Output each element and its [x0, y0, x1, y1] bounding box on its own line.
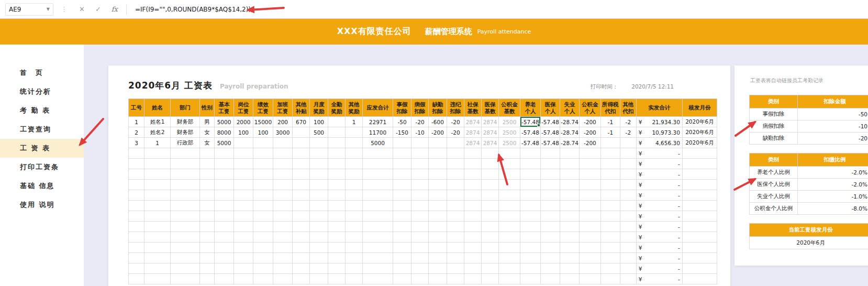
table-cell[interactable]: [682, 201, 717, 211]
table-cell[interactable]: [293, 190, 310, 201]
table-cell[interactable]: ¥-: [636, 211, 682, 222]
table-cell[interactable]: 2874: [464, 138, 482, 148]
table-cell[interactable]: [464, 190, 482, 201]
table-cell[interactable]: [346, 263, 363, 274]
table-cell[interactable]: [447, 211, 464, 222]
table-cell[interactable]: [129, 148, 144, 159]
table-cell[interactable]: [253, 243, 273, 253]
table-cell[interactable]: [129, 190, 144, 201]
table-cell[interactable]: ¥-: [636, 169, 682, 180]
table-cell[interactable]: [393, 222, 411, 232]
table-cell[interactable]: -57.48: [541, 127, 560, 138]
table-cell[interactable]: 女: [200, 138, 215, 148]
table-cell[interactable]: [482, 169, 499, 180]
sidebar-item[interactable]: 考 勤 表: [0, 101, 84, 120]
table-cell[interactable]: [253, 274, 273, 284]
table-cell[interactable]: [600, 201, 620, 211]
table-cell[interactable]: [682, 222, 717, 232]
table-cell[interactable]: [393, 190, 411, 201]
table-cell[interactable]: 养老个人比例: [750, 167, 798, 179]
table-cell[interactable]: [447, 180, 464, 190]
table-cell[interactable]: [171, 253, 200, 263]
table-cell[interactable]: [620, 180, 636, 190]
table-cell[interactable]: [171, 263, 200, 274]
table-cell[interactable]: [171, 211, 200, 222]
table-cell[interactable]: [215, 232, 234, 243]
table-cell[interactable]: [253, 148, 273, 159]
table-cell[interactable]: [499, 190, 520, 201]
table-cell[interactable]: [482, 243, 499, 253]
table-cell[interactable]: [144, 148, 171, 159]
table-cell[interactable]: [200, 159, 215, 169]
table-cell[interactable]: [310, 211, 328, 222]
table-cell[interactable]: [363, 211, 393, 222]
table-cell[interactable]: [328, 159, 346, 169]
table-cell[interactable]: [363, 263, 393, 274]
table-cell[interactable]: [447, 201, 464, 211]
table-cell[interactable]: [541, 222, 560, 232]
table-cell[interactable]: [541, 263, 560, 274]
table-cell[interactable]: 姓名1: [144, 117, 171, 127]
table-cell[interactable]: 100: [253, 127, 273, 138]
table-cell[interactable]: [682, 232, 717, 243]
table-cell[interactable]: [682, 190, 717, 201]
table-cell[interactable]: [346, 253, 363, 263]
table-cell[interactable]: -20: [447, 117, 464, 127]
table-cell[interactable]: [393, 211, 411, 222]
table-cell[interactable]: [293, 201, 310, 211]
table-cell[interactable]: [682, 169, 717, 180]
table-cell[interactable]: [234, 169, 253, 180]
table-cell[interactable]: [620, 169, 636, 180]
table-cell[interactable]: [600, 190, 620, 201]
table-cell[interactable]: [129, 211, 144, 222]
table-cell[interactable]: [682, 211, 717, 222]
table-cell[interactable]: [447, 232, 464, 243]
table-cell[interactable]: [541, 253, 560, 263]
table-cell[interactable]: [253, 263, 273, 274]
table-cell[interactable]: [499, 211, 520, 222]
fx-icon[interactable]: fx: [112, 5, 118, 13]
table-cell[interactable]: [393, 138, 411, 148]
table-cell[interactable]: ¥-: [636, 243, 682, 253]
table-cell[interactable]: [447, 148, 464, 159]
table-cell[interactable]: [293, 159, 310, 169]
table-cell[interactable]: [600, 159, 620, 169]
table-cell[interactable]: -50: [393, 117, 411, 127]
table-cell[interactable]: [310, 138, 328, 148]
table-cell[interactable]: 女: [200, 127, 215, 138]
table-cell[interactable]: [200, 169, 215, 180]
table-cell[interactable]: [620, 159, 636, 169]
table-cell[interactable]: [464, 201, 482, 211]
table-cell[interactable]: 财务部: [171, 127, 200, 138]
name-box-dropdown-icon[interactable]: ▼: [47, 7, 50, 12]
table-cell[interactable]: [393, 232, 411, 243]
table-cell[interactable]: [600, 169, 620, 180]
table-cell[interactable]: [600, 253, 620, 263]
table-cell[interactable]: [620, 243, 636, 253]
table-cell[interactable]: [215, 190, 234, 201]
table-cell[interactable]: [411, 222, 429, 232]
table-cell[interactable]: [346, 138, 363, 148]
table-cell[interactable]: [293, 243, 310, 253]
table-cell[interactable]: ¥-: [636, 180, 682, 190]
table-cell[interactable]: [499, 253, 520, 263]
table-cell[interactable]: [447, 222, 464, 232]
table-cell[interactable]: 姓名2: [144, 127, 171, 138]
table-cell[interactable]: [520, 169, 541, 180]
table-cell[interactable]: [273, 159, 293, 169]
table-cell[interactable]: 财务部: [171, 117, 200, 127]
table-cell[interactable]: [464, 222, 482, 232]
table-cell[interactable]: [129, 180, 144, 190]
table-cell[interactable]: 2500: [499, 117, 520, 127]
month-table-value[interactable]: 2020年6月: [750, 237, 868, 249]
table-cell[interactable]: [234, 180, 253, 190]
table-cell[interactable]: [200, 243, 215, 253]
table-cell[interactable]: [200, 232, 215, 243]
table-cell[interactable]: [579, 232, 600, 243]
table-cell[interactable]: -2.0%: [798, 179, 868, 191]
table-cell[interactable]: [129, 243, 144, 253]
table-cell[interactable]: [464, 148, 482, 159]
table-cell[interactable]: -200: [579, 127, 600, 138]
table-cell[interactable]: [579, 222, 600, 232]
table-cell[interactable]: -200: [579, 138, 600, 148]
